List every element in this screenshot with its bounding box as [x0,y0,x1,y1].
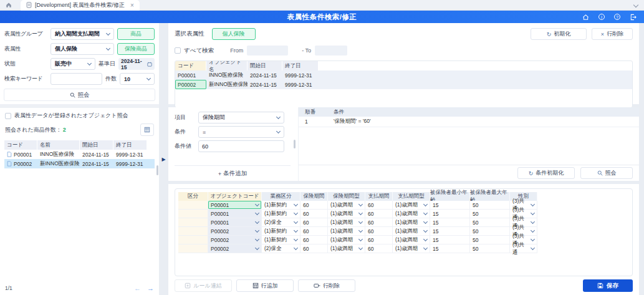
cell-max-age[interactable]: 50 [470,236,510,244]
item-select[interactable]: 保険期間 [198,112,284,123]
cell-period[interactable]: 60 [300,210,328,218]
table-row[interactable]: P00002 新INNO医療保険 2024-11-15 9999-12-31 [175,80,632,89]
cell-period-type-select[interactable]: (1)歳満期 [328,210,365,218]
count-select[interactable]: 10 [120,73,155,85]
cell-category[interactable] [178,218,208,227]
cell-business-select[interactable]: (2)保全 [262,218,300,227]
attribute-group-select[interactable]: 納入期間支払期間 [50,28,114,40]
col-header-end[interactable]: 終了日 [282,61,319,70]
delete-grid-row-button[interactable]: 行削除 [298,279,355,292]
cell-business-select[interactable]: (1)新契約 [262,201,300,210]
cell-category[interactable] [178,227,208,236]
from-input[interactable] [247,46,288,56]
table-row[interactable]: P00001 INNO医療保険 2024-11-15 9999-12-31 [175,70,632,80]
cell-category[interactable] [178,236,208,244]
operator-select[interactable]: = [198,126,284,138]
attribute-select[interactable]: 個人保険 [50,43,114,55]
grid-row[interactable]: P00002 (2)保全 60 (1)歳満期 60 (1)歳満期 15 50 (… [178,244,629,253]
condition-value-input[interactable] [198,140,284,152]
cell-period[interactable]: 60 [300,236,328,244]
search-all-checkbox[interactable] [175,47,181,54]
col-header-object-code[interactable]: オブジェクトコード [208,192,262,201]
col-header-start[interactable]: 開始日 [248,61,282,70]
info-icon[interactable]: i [598,14,605,20]
cell-category[interactable] [178,201,208,210]
panel-splitter[interactable]: ▶ [159,23,168,295]
cell-object-code-select[interactable]: P00001 [208,201,262,210]
cell-period-type-select[interactable]: (1)歳満期 [328,244,365,253]
cell-period[interactable]: 60 [300,218,328,227]
cell-min-age[interactable]: 15 [430,227,470,236]
insurance-product-button[interactable]: 保険商品 [117,43,155,55]
product-button[interactable]: 商品 [117,28,155,40]
cell-min-age[interactable]: 15 [430,244,470,253]
cell-pay-period[interactable]: 60 [365,236,393,244]
table-settings-button[interactable] [140,123,154,136]
col-header-business[interactable]: 業務区分 [262,192,300,201]
cell-max-age[interactable]: 50 [470,210,510,218]
app-tab[interactable]: [Development] 表属性条件検索/修正 × [21,0,140,11]
collapse-right-icon[interactable]: ▶ [161,157,165,162]
col-header-name[interactable]: 名前 [37,140,80,150]
inquiry-button[interactable]: 照会 [4,89,155,101]
col-header-object-name[interactable]: オブジェクト名 [206,61,248,70]
cell-object-code-select[interactable]: P00002 [208,244,262,253]
condition-reset-button[interactable]: ↻ 条件初期化 [517,167,575,179]
scrollbar-thumb[interactable] [156,165,158,175]
splitter-handle[interactable] [294,140,296,148]
cell-period-type-select[interactable]: (1)歳満期 [328,227,365,236]
cell-object-code-select[interactable]: P00001 [208,210,262,218]
tab-close-icon[interactable]: × [130,2,134,9]
rule-link-button[interactable]: ルール連結 [175,279,232,292]
cell-pay-period-type-select[interactable]: (1)歳満期 [393,227,430,236]
cell-pay-period-type-select[interactable]: (1)歳満期 [393,244,430,253]
cell-min-age[interactable]: 15 [430,201,470,210]
cell-max-age[interactable]: 50 [470,201,510,210]
cell-category[interactable] [178,210,208,218]
table-row[interactable]: P00001 INNO医療保険 2024-11-15 9999-12-31 [4,150,155,159]
cell-business-select[interactable]: (1)新契約 [262,210,300,218]
delete-row-button[interactable]: × 行削除 [592,28,633,40]
status-select[interactable]: 販売中 [50,58,95,70]
save-button[interactable]: 保存 [583,279,633,292]
cell-pay-period[interactable]: 60 [365,201,393,210]
logout-icon[interactable] [630,14,637,21]
home-icon[interactable] [582,14,589,21]
cell-pay-period[interactable]: 60 [365,218,393,227]
cell-max-age[interactable]: 50 [470,227,510,236]
col-header-start[interactable]: 開始日 [80,140,113,150]
prev-page-icon[interactable]: ← [134,284,141,292]
cell-pay-period-type-select[interactable]: (1)歳満期 [393,210,430,218]
cell-pay-period-type-select[interactable]: (1)歳満期 [393,218,430,227]
cell-business-select[interactable]: (1)新契約 [262,236,300,244]
base-date-field[interactable]: 2024-11-15 [118,58,155,70]
table-row-selected[interactable]: P00002 新INNO医療保険 2024-11-15 9999-12-31 [4,159,155,168]
registered-object-checkbox[interactable] [5,113,11,119]
cell-pay-period[interactable]: 60 [365,210,393,218]
add-row-button[interactable]: 行追加 [236,279,294,292]
reset-button[interactable]: ↻ 初期化 [531,28,587,40]
cell-code-selected[interactable]: P00002 [175,80,206,89]
col-header-period[interactable]: 保険期間 [300,192,328,201]
cell-max-age[interactable]: 50 [470,244,510,253]
cell-pay-period-type-select[interactable]: (1)歳満期 [393,236,430,244]
cell-period[interactable]: 60 [300,244,328,253]
condition-list-row[interactable]: 1 '保険期間' = '60' [299,117,639,127]
to-input[interactable] [315,46,347,56]
help-icon[interactable]: ? [614,14,620,20]
cell-business-select[interactable]: (2)保全 [262,244,300,253]
cell-object-code-select[interactable]: P00001 [208,218,262,227]
keyword-input[interactable] [50,73,102,85]
next-page-icon[interactable]: → [147,284,154,292]
home-icon[interactable] [6,2,12,8]
cell-period[interactable]: 60 [300,201,328,210]
cell-period-type-select[interactable]: (1)歳満期 [328,218,365,227]
grid-row[interactable]: P00002 (1)新契約 60 (1)歳満期 60 (1)歳満期 15 50 … [178,236,629,244]
cell-min-age[interactable]: 15 [430,236,470,244]
col-header-end[interactable]: 終了日 [113,140,147,150]
cell-period-type-select[interactable]: (1)歳満期 [328,201,365,210]
grid-row[interactable]: P00001 (2)保全 60 (1)歳満期 60 (1)歳満期 15 50 (… [178,218,629,227]
cell-period-type-select[interactable]: (1)歳満期 [328,236,365,244]
cell-period[interactable]: 60 [300,227,328,236]
cell-min-age[interactable]: 15 [430,210,470,218]
